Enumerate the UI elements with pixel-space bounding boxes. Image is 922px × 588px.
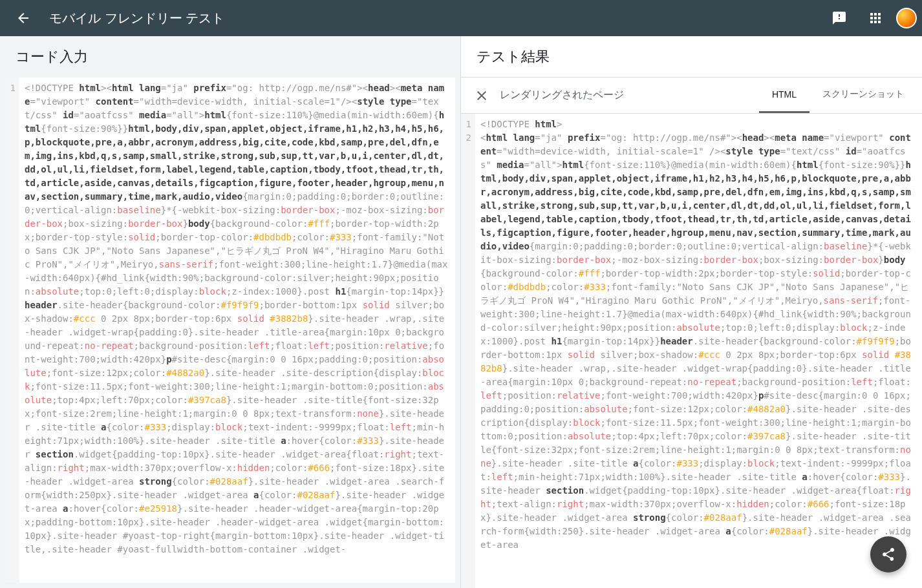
line-gutter: 1 2 <box>461 114 475 588</box>
code-input-title: コード入力 <box>0 36 460 78</box>
avatar[interactable] <box>896 8 917 28</box>
feedback-icon <box>831 10 847 26</box>
result-code-content: <!DOCTYPE html> <html lang="ja" prefix="… <box>475 114 922 588</box>
apps-button[interactable] <box>860 3 891 34</box>
result-code-area[interactable]: 1 2 <!DOCTYPE html> <html lang="ja" pref… <box>461 114 922 588</box>
code-input-content[interactable]: <!DOCTYPE html><html lang="ja" prefix="o… <box>19 78 455 583</box>
share-button[interactable] <box>870 536 906 572</box>
code-input-area[interactable]: 1 <!DOCTYPE html><html lang="ja" prefix=… <box>5 78 455 583</box>
rendered-page-label: レンダリングされたページ <box>500 89 759 102</box>
test-results-panel: テスト結果 レンダリングされたページ HTML スクリーンショット 1 2 <!… <box>461 36 922 588</box>
arrow-back-icon <box>16 10 31 26</box>
line-gutter: 1 <box>5 78 19 583</box>
close-icon <box>474 88 489 103</box>
test-results-title: テスト結果 <box>461 36 922 78</box>
share-icon <box>881 547 896 562</box>
apps-icon <box>868 10 883 26</box>
feedback-button[interactable] <box>824 3 855 34</box>
tab-html[interactable]: HTML <box>759 78 809 113</box>
back-button[interactable] <box>8 3 39 34</box>
close-button[interactable] <box>466 80 497 111</box>
tab-screenshot[interactable]: スクリーンショット <box>809 78 917 113</box>
code-input-panel: コード入力 1 <!DOCTYPE html><html lang="ja" p… <box>0 36 461 588</box>
page-title: モバイル フレンドリー テスト <box>49 10 224 27</box>
